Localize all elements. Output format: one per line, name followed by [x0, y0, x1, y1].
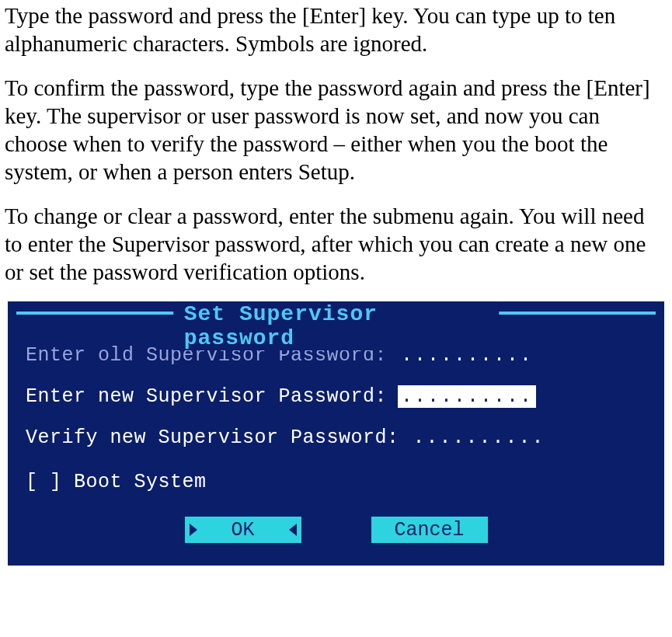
- bios-button-row: OK Cancel: [26, 517, 646, 543]
- row-enter-new-password: Enter new Supervisor Password: .........…: [26, 385, 646, 408]
- ok-button-label: OK: [231, 519, 254, 541]
- ok-button[interactable]: OK: [185, 517, 301, 543]
- bios-dialog: Set Supervisor password Enter old Superv…: [8, 301, 664, 566]
- instruction-paragraph-1: Type the password and press the [Enter] …: [5, 2, 667, 58]
- boot-system-checkbox-label: [ ] Boot System: [26, 471, 207, 493]
- field-verify-password[interactable]: ..........: [410, 426, 548, 449]
- cancel-button-label: Cancel: [394, 519, 464, 541]
- instruction-paragraph-2: To confirm the password, type the passwo…: [5, 74, 667, 186]
- label-enter-new-password: Enter new Supervisor Password:: [26, 385, 387, 408]
- bios-dialog-title: Set Supervisor password: [173, 302, 500, 350]
- instruction-paragraph-3: To change or clear a password, enter the…: [5, 202, 667, 287]
- label-verify-new-password: Verify new Supervisor Password:: [26, 426, 399, 449]
- bios-screenshot: Set Supervisor password Enter old Superv…: [8, 301, 664, 566]
- row-verify-new-password: Verify new Supervisor Password: ........…: [26, 426, 646, 449]
- row-boot-system-checkbox[interactable]: [ ] Boot System: [26, 471, 646, 493]
- cancel-button[interactable]: Cancel: [371, 517, 488, 543]
- field-new-password[interactable]: ..........: [398, 385, 536, 408]
- document-page: Type the password and press the [Enter] …: [0, 2, 672, 581]
